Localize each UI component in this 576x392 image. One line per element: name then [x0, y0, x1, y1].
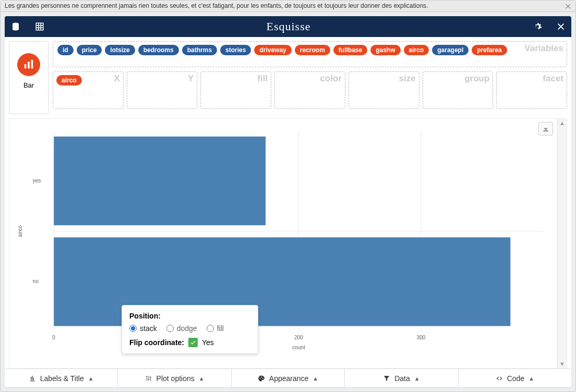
svg-point-18 — [259, 377, 260, 378]
svg-point-15 — [146, 376, 147, 377]
scroll-down-icon[interactable]: ▼ — [559, 360, 565, 368]
banner-text: Les grandes personnes ne comprennent jam… — [5, 2, 428, 9]
assigned-pill-airco[interactable]: airco — [56, 75, 82, 85]
position-option-fill[interactable]: fill — [207, 324, 224, 333]
app-title: Esquisse — [44, 20, 533, 33]
close-icon[interactable]: ✕ — [565, 2, 571, 11]
bar-plot: 0200300yesnocountairco — [18, 121, 554, 352]
dropzone-facet[interactable]: facet — [496, 71, 567, 109]
position-option-dodge[interactable]: dodge — [166, 324, 197, 333]
caret-up-icon: ▲ — [529, 375, 534, 382]
tab-labels-title[interactable]: Labels & Title ▲ — [5, 369, 118, 387]
dropzone-y[interactable]: Y — [127, 71, 198, 109]
caret-up-icon: ▲ — [313, 375, 318, 382]
close-app-icon[interactable] — [557, 22, 565, 31]
caret-up-icon: ▲ — [199, 375, 205, 382]
variable-pill-id[interactable]: id — [57, 45, 74, 55]
plot-bar-yes — [54, 137, 266, 225]
svg-text:yes: yes — [32, 178, 41, 183]
svg-text:count: count — [292, 345, 305, 350]
dropzone-watermark: facet — [543, 74, 563, 84]
variables-pool[interactable]: Variables idpricelotsizebedroomsbathrmss… — [53, 41, 567, 67]
caret-up-icon: ▲ — [88, 375, 94, 382]
chart-type-selector[interactable]: Bar — [9, 41, 49, 114]
svg-text:300: 300 — [417, 335, 426, 340]
dropzone-watermark: group — [464, 74, 489, 84]
position-label: Position: — [129, 312, 250, 320]
header-bar: Esquisse — [5, 16, 571, 37]
svg-text:200: 200 — [294, 335, 303, 340]
dropzone-size[interactable]: size — [349, 71, 419, 109]
tab-data[interactable]: Data ▲ — [345, 369, 458, 387]
variable-pill-stories[interactable]: stories — [220, 45, 251, 55]
chart-type-label: Bar — [23, 81, 34, 89]
svg-text:airco: airco — [18, 225, 23, 237]
variable-pill-garagepl[interactable]: garagepl — [432, 45, 469, 55]
dropzone-watermark: color — [320, 74, 342, 84]
svg-text:no: no — [32, 278, 39, 284]
svg-rect-3 — [31, 60, 33, 68]
svg-rect-2 — [28, 62, 30, 69]
variable-pill-bedrooms[interactable]: bedrooms — [138, 45, 179, 55]
dropzone-watermark: fill — [257, 74, 268, 84]
dropzone-watermark: Y — [188, 74, 194, 84]
svg-point-19 — [261, 376, 262, 377]
svg-text:0: 0 — [52, 335, 55, 340]
variables-watermark: Variables — [524, 43, 563, 54]
bottom-tabs: Labels & Title ▲ Plot options ▲ Appearan… — [5, 369, 571, 387]
database-icon[interactable] — [11, 22, 20, 31]
dropzone-color[interactable]: color — [274, 71, 345, 109]
dropzone-fill[interactable]: fill — [200, 71, 271, 109]
variable-pill-bathrms[interactable]: bathrms — [182, 45, 217, 55]
variable-pill-fullbase[interactable]: fullbase — [333, 45, 367, 55]
chart-area: ▲ ▼ 0200300yesnocountairco — [9, 118, 567, 369]
dropzone-x[interactable]: Xairco — [53, 71, 124, 109]
bar-chart-icon — [17, 53, 40, 76]
svg-point-16 — [148, 378, 149, 379]
banner: Les grandes personnes ne comprennent jam… — [1, 1, 575, 12]
variable-pill-driveway[interactable]: driveway — [254, 45, 291, 55]
flip-coordinate-toggle[interactable] — [188, 338, 198, 347]
dropzone-watermark: size — [399, 74, 415, 84]
flip-coordinate-value: Yes — [202, 338, 214, 347]
variable-pill-airco[interactable]: airco — [404, 45, 429, 55]
dropzone-watermark: X — [114, 74, 119, 84]
svg-point-17 — [150, 376, 151, 377]
dropzone-group[interactable]: group — [423, 71, 494, 109]
plot-options-popup: Position: stack dodge fill Flip coordina… — [122, 305, 258, 354]
svg-rect-1 — [25, 64, 27, 68]
scroll-up-icon[interactable]: ▲ — [559, 119, 565, 127]
variable-pill-prefarea[interactable]: prefarea — [472, 45, 507, 55]
variable-pill-recroom[interactable]: recroom — [295, 45, 330, 55]
variable-pill-lotsize[interactable]: lotsize — [105, 45, 135, 55]
table-icon[interactable] — [35, 22, 44, 31]
gear-icon[interactable] — [533, 22, 542, 31]
variable-pill-gashw[interactable]: gashw — [370, 45, 400, 55]
tab-plot-options[interactable]: Plot options ▲ — [118, 369, 231, 387]
flip-coordinate-label: Flip coordinate: — [129, 338, 184, 347]
tab-appearance[interactable]: Appearance ▲ — [232, 369, 345, 387]
scrollbar[interactable]: ▲ ▼ — [557, 119, 567, 368]
tab-code[interactable]: Code ▲ — [459, 369, 571, 387]
svg-point-20 — [262, 377, 263, 378]
variable-pill-price[interactable]: price — [77, 45, 102, 55]
caret-up-icon: ▲ — [414, 375, 420, 382]
position-option-stack[interactable]: stack — [129, 324, 157, 333]
